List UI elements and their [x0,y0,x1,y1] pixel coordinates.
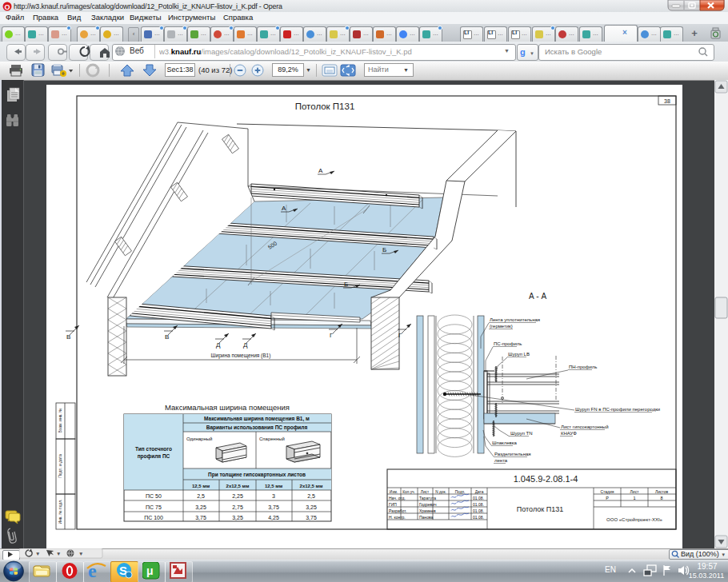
svg-text:μ: μ [146,564,154,577]
svg-text:ПС 100: ПС 100 [144,515,163,520]
svg-text:Листов: Листов [655,489,669,494]
svg-text:Лист гипсокартонный: Лист гипсокартонный [561,425,609,429]
svg-text:2,5: 2,5 [197,493,205,499]
svg-text:Лист: Лист [421,490,430,494]
svg-text:Шуруп LB: Шуруп LB [508,352,530,357]
svg-text:Д: Д [216,341,221,349]
svg-text:01.08.: 01.08. [473,515,484,520]
svg-text:Шпаклевка: Шпаклевка [492,440,518,445]
svg-text:3,75: 3,75 [268,504,279,510]
svg-text:Таратута: Таратута [419,496,436,500]
svg-text:Нач. отд.: Нач. отд. [389,496,406,500]
svg-text:38: 38 [664,98,670,104]
svg-text:Годревич: Годревич [419,502,437,507]
svg-text:3,75: 3,75 [306,515,317,520]
svg-text:Потолок П131: Потолок П131 [295,102,355,111]
svg-text:Кол.уч.: Кол.уч. [402,490,415,494]
svg-text:лента: лента [494,458,508,463]
svg-text:3,25: 3,25 [306,504,317,510]
svg-text:2,25: 2,25 [232,493,243,499]
svg-text:3,25: 3,25 [195,504,206,510]
svg-text:2,75: 2,75 [232,504,243,510]
svg-text:профиля ПС: профиля ПС [138,453,170,460]
svg-text:Максимальная ширина помещения: Максимальная ширина помещения [165,403,290,412]
svg-text:Шуруп TN: Шуруп TN [510,431,533,436]
svg-text:Лист: Лист [630,489,640,494]
svg-text:Подп.: Подп. [455,490,466,494]
svg-text:2х12,5 мм: 2х12,5 мм [300,484,323,488]
svg-text:ПС 75: ПС 75 [146,504,162,510]
svg-text:3: 3 [272,493,275,499]
svg-text:А: А [282,205,286,212]
svg-text:O: O [4,3,10,11]
svg-text:Лента уплотнительная: Лента уплотнительная [490,317,540,322]
svg-text:▼: ▼ [35,551,40,556]
svg-text:Потолок П131: Потолок П131 [517,505,563,513]
svg-text:g: g [520,47,526,57]
svg-text:Инв. № подл.: Инв. № подл. [58,499,62,524]
svg-text:(герметик): (герметик) [490,324,513,329]
svg-text:▼: ▼ [56,551,61,556]
svg-text:ГИП: ГИП [389,502,397,507]
svg-text:01.08.: 01.08. [473,502,484,507]
svg-text:1: 1 [633,496,635,500]
svg-text:ПН-профиль: ПН-профиль [569,365,597,369]
svg-text:Варианты использования ПС проф: Варианты использования ПС профиля [206,425,308,431]
svg-text:3,75: 3,75 [195,515,206,520]
svg-text:Взам. инв. №: Взам. инв. № [58,409,62,433]
svg-text:▼: ▼ [78,551,83,556]
svg-text:Максимальная ширина помещения: Максимальная ширина помещения В1, м [204,416,310,422]
svg-text:ПС 50: ПС 50 [146,493,162,499]
svg-text:N док.: N док. [435,490,446,494]
svg-text:Подп. и дата: Подп. и дата [58,454,62,478]
svg-text:Шуруп FN в ПС-профили перегоро: Шуруп FN в ПС-профили перегородки [575,407,660,412]
svg-text:Г: Г [330,332,334,339]
svg-text:Спаренный: Спаренный [259,436,285,441]
svg-text:12,5 мм: 12,5 мм [192,484,210,488]
svg-text:Тип стоечного: Тип стоечного [135,446,172,452]
svg-text:Б: Б [344,281,348,288]
svg-text:В: В [165,333,169,341]
svg-text:КНАУФ: КНАУФ [561,431,577,436]
svg-text:01.08.: 01.08. [473,508,484,513]
svg-text:8: 8 [660,496,662,500]
svg-text:3,25: 3,25 [232,515,243,520]
svg-text:12,5 мм: 12,5 мм [265,484,283,488]
svg-text:1.045.9-2.08.1-4: 1.045.9-2.08.1-4 [514,474,578,484]
svg-text:2х12,5 мм: 2х12,5 мм [226,484,250,488]
svg-text:А: А [318,167,323,174]
svg-text:Изм.: Изм. [390,490,398,494]
svg-text:Ширина помещения (В1): Ширина помещения (В1) [211,353,271,359]
svg-text:А - А: А - А [529,292,547,301]
svg-text:Д: Д [243,341,248,349]
svg-text:4,25: 4,25 [268,515,279,520]
svg-text:Одинарный: Одинарный [186,436,212,441]
svg-text:01.08.: 01.08. [473,496,484,500]
svg-text:При толщине гипсокартонных лис: При толщине гипсокартонных листов [208,472,306,478]
svg-text:Р: Р [606,496,609,500]
svg-text:Б: Б [382,246,386,253]
svg-text:Г: Г [398,332,402,339]
svg-text:Разработ.: Разработ. [389,508,406,513]
svg-text:2,5: 2,5 [307,493,315,499]
svg-text:Стадия: Стадия [600,489,614,494]
svg-text:▼: ▼ [530,51,534,56]
svg-text:Разделительная: Разделительная [494,452,531,456]
svg-text:Дата: Дата [475,490,484,494]
svg-text:Панова: Панова [419,515,434,520]
svg-text:В: В [66,333,70,341]
svg-text:ООО «Стройпроект-XXI»: ООО «Стройпроект-XXI» [606,517,662,522]
svg-text:ПС-профиль: ПС-профиль [494,341,522,346]
svg-text:Н. контр.: Н. контр. [389,515,406,520]
svg-text:Храмеев: Храмеев [419,508,436,513]
